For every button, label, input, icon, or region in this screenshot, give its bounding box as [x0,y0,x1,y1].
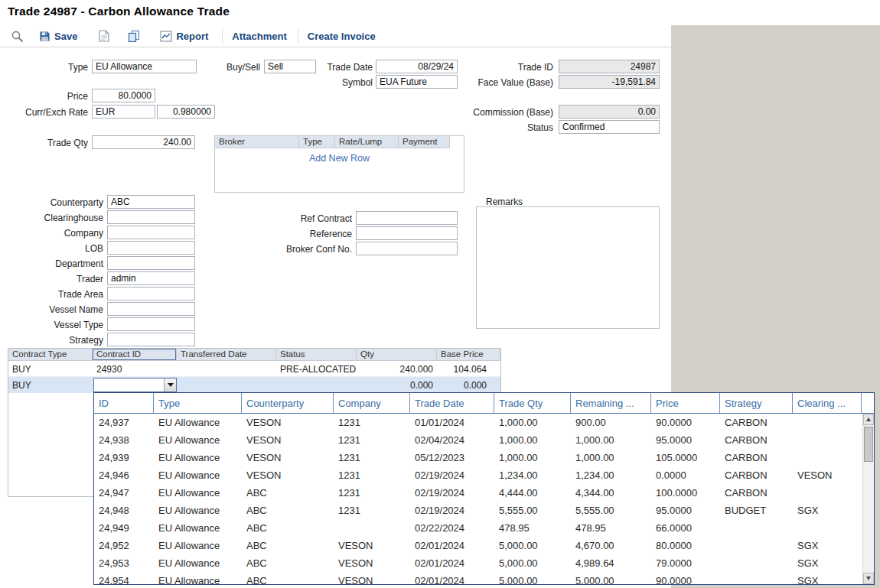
remarks-textarea[interactable] [476,206,660,329]
dropdown-row[interactable]: 24,947EU AllowanceABC123102/19/20244,444… [94,484,862,502]
symbol-input[interactable] [376,75,458,89]
dropdown-cell: 1231 [334,484,410,502]
scrollbar-thumb[interactable] [864,427,873,462]
dropdown-column-header[interactable]: Clearing ... [793,393,862,413]
col-header-transferred-date[interactable]: Transferred Date [177,349,276,361]
trade-id-field[interactable] [559,60,660,73]
vessel-name-input[interactable] [107,302,195,316]
broker-conf-no-input[interactable] [356,242,458,255]
dropdown-cell: 02/22/2024 [410,519,494,537]
dropdown-cell: 02/01/2024 [410,572,494,584]
dropdown-row[interactable]: 24,939EU AllowanceVESON123105/12/20231,0… [94,449,862,466]
dropdown-cell: ABC [242,502,334,519]
company-input[interactable] [107,226,195,239]
dropdown-column-header[interactable]: Price [651,393,720,413]
toolbar-separator [298,29,298,43]
dropdown-cell: CARBON [720,449,793,466]
dropdown-cell: SGX [793,537,862,554]
dropdown-cell: 1231 [334,431,410,449]
dropdown-column-header[interactable]: Trade Date [410,393,494,413]
dropdown-row[interactable]: 24,949EU AllowanceABC02/22/2024478.95478… [94,519,862,537]
contract-dropdown-popup: IDTypeCounterpartyCompanyTrade DateTrade… [93,392,875,585]
grid-row-selected[interactable]: BUY 0.000 0.000 [8,377,500,393]
attachment-button[interactable]: Attachment [232,31,287,42]
department-input[interactable] [107,256,195,270]
create-invoice-button[interactable]: Create Invoice [308,31,376,42]
search-button[interactable] [11,30,24,43]
dropdown-column-header[interactable]: Trade Qty [494,393,571,413]
face-value-field[interactable] [559,75,660,89]
dropdown-row[interactable]: 24,954EU AllowanceABCVESON02/01/20245,00… [94,572,862,584]
dropdown-cell: 24,953 [94,554,154,572]
col-header-contract-type[interactable]: Contract Type [8,349,93,361]
trade-area-input[interactable] [107,287,195,300]
chevron-down-icon[interactable] [164,378,176,391]
dropdown-row[interactable]: 24,938EU AllowanceVESON123102/04/20241,0… [94,431,862,449]
grid-cell-contract-id: 24930 [93,361,177,376]
dropdown-column-header[interactable]: Type [154,393,242,413]
lob-input[interactable] [107,241,195,255]
add-new-row-link[interactable]: Add New Row [215,153,464,164]
dropdown-cell: 24,954 [94,572,154,584]
strategy-input[interactable] [107,333,195,346]
dropdown-cell: 5,555.00 [494,502,571,519]
toolbar-separator [222,29,223,43]
col-header-qty[interactable]: Qty [357,349,437,361]
dropdown-row[interactable]: 24,948EU AllowanceABC123102/19/20245,555… [94,502,862,519]
trade-qty-input[interactable] [92,135,195,149]
col-header-base-price[interactable]: Base Price [437,349,500,361]
dropdown-cell: 24,947 [94,484,154,502]
dropdown-column-header[interactable]: Company [334,393,410,413]
broker-col-rate-lump[interactable]: Rate/Lump [335,136,399,148]
save-button[interactable]: Save [39,31,77,42]
trader-input[interactable] [107,271,195,285]
trade-date-input[interactable] [376,60,458,73]
dropdown-column-header[interactable]: Strategy [720,393,793,413]
dropdown-scrollbar[interactable] [862,414,874,584]
currency-input[interactable] [92,105,155,119]
grid-row[interactable]: BUY 24930 PRE-ALLOCATED 240.000 104.064 [8,361,500,377]
dropdown-row[interactable]: 24,952EU AllowanceABCVESON02/01/20245,00… [94,537,862,554]
dropdown-row[interactable]: 24,946EU AllowanceVESON123102/19/20241,2… [94,466,862,484]
grid-cell-qty: 240.000 [357,361,437,376]
broker-col-type[interactable]: Type [299,136,335,148]
dropdown-cell: VESON [334,537,410,554]
dropdown-cell [334,519,410,537]
dropdown-cell: 5,000.00 [494,537,571,554]
dropdown-cell: 900.00 [571,414,651,431]
dropdown-column-header[interactable]: ID [94,393,154,413]
arrow-up-icon[interactable] [863,414,874,425]
dropdown-cell: 95.0000 [651,502,720,519]
dropdown-column-header[interactable]: Counterparty [242,393,334,413]
arrow-down-icon[interactable] [863,573,874,584]
note-button[interactable] [99,30,109,42]
copy-button[interactable] [128,30,140,42]
price-input[interactable] [92,89,155,102]
dropdown-row[interactable]: 24,937EU AllowanceVESON123101/01/20241,0… [94,414,862,431]
contract-id-combo[interactable] [93,378,177,392]
report-button[interactable]: Report [160,31,208,42]
dropdown-cell: 05/12/2023 [410,449,494,466]
trade-id-label: Trade ID [461,62,553,73]
commission-field[interactable] [559,105,660,119]
ref-contract-input[interactable] [356,211,458,225]
dropdown-cell [793,431,862,449]
dropdown-row[interactable]: 24,953EU AllowanceABCVESON02/01/20245,00… [94,554,862,572]
broker-col-broker[interactable]: Broker [215,136,299,148]
reference-input[interactable] [356,226,458,240]
vessel-type-input[interactable] [107,317,195,331]
status-input[interactable] [559,120,660,134]
counterparty-input[interactable] [107,195,195,209]
exch-rate-input[interactable] [157,105,215,119]
broker-col-payment[interactable]: Payment [399,136,450,148]
dropdown-cell: 0.0000 [651,466,720,484]
type-input[interactable] [92,60,197,73]
dropdown-cell: 02/01/2024 [410,537,494,554]
clearinghouse-input[interactable] [107,210,195,224]
col-header-status[interactable]: Status [276,349,357,361]
col-header-contract-id[interactable]: Contract ID [93,349,177,361]
report-label: Report [176,31,208,42]
dropdown-cell: 5,000.00 [494,554,571,572]
dropdown-cell: 1,000.00 [571,431,651,449]
dropdown-column-header[interactable]: Remaining ... [571,393,651,413]
